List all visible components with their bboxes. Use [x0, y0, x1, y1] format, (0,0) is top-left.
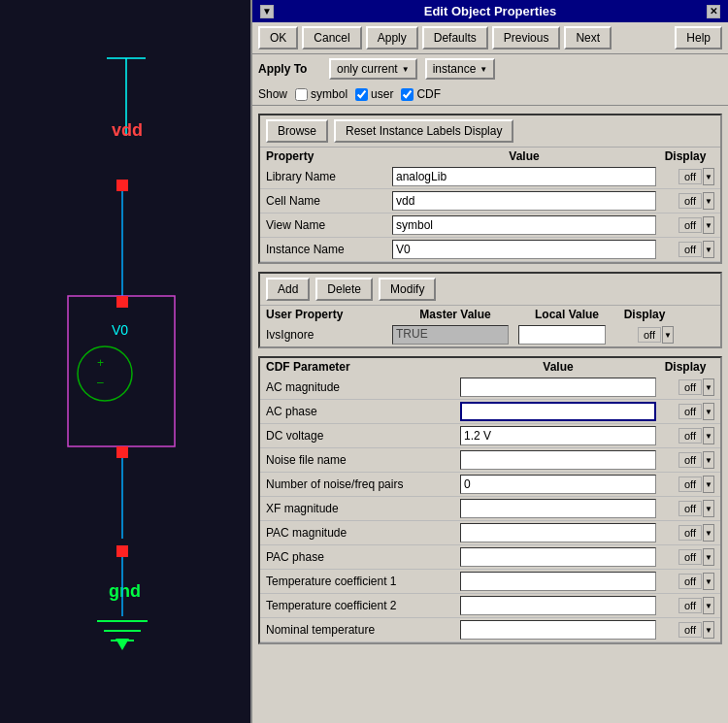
dc-voltage-display: off ▼	[678, 427, 714, 444]
xf-magnitude-input[interactable]	[460, 499, 656, 518]
table-row: View Name off ▼	[260, 214, 720, 238]
pac-magnitude-display-arrow[interactable]: ▼	[703, 524, 714, 542]
dialog-title: Edit Object Properties	[274, 4, 707, 18]
table-row: AC magnitude off ▼	[260, 376, 720, 400]
pac-magnitude-input[interactable]	[460, 523, 656, 542]
table-row: Temperature coefficient 2 off ▼	[260, 594, 720, 618]
view-name-display-arrow[interactable]: ▼	[703, 216, 714, 234]
user-section-header: Add Delete Modify	[260, 274, 720, 306]
noise-file-display-arrow[interactable]: ▼	[703, 451, 714, 469]
master-value-col-header: Master Value	[392, 308, 518, 321]
modify-button[interactable]: Modify	[379, 278, 436, 301]
noise-freq-pairs-display-label: off	[678, 477, 702, 492]
instance-name-display-label: off	[678, 242, 702, 257]
noise-file-display: off ▼	[678, 451, 714, 469]
library-name-value	[392, 167, 656, 186]
browse-button[interactable]: Browse	[266, 119, 328, 143]
view-name-input[interactable]	[392, 215, 656, 235]
ac-magnitude-display-label: off	[678, 379, 702, 395]
dc-voltage-input[interactable]	[460, 426, 656, 445]
ac-magnitude-input[interactable]	[460, 378, 656, 397]
ok-button[interactable]: OK	[258, 26, 298, 49]
ac-magnitude-display-arrow[interactable]: ▼	[703, 378, 714, 396]
nominal-temp-display-arrow[interactable]: ▼	[703, 621, 714, 639]
cell-name-input[interactable]	[392, 191, 656, 211]
noise-file-name-input[interactable]	[460, 450, 656, 470]
help-button[interactable]: Help	[675, 26, 722, 49]
previous-button[interactable]: Previous	[492, 26, 561, 49]
show-user-checkbox[interactable]	[355, 88, 368, 101]
svg-rect-11	[116, 296, 128, 308]
instance-arrow: ▼	[480, 65, 487, 74]
temp-coeff2-display-arrow[interactable]: ▼	[703, 597, 714, 614]
cell-name-display-arrow[interactable]: ▼	[703, 192, 714, 210]
only-current-dropdown[interactable]: only current ▼	[329, 58, 417, 80]
instance-dropdown[interactable]: instance ▼	[425, 58, 496, 80]
svg-rect-4	[116, 180, 128, 191]
pac-phase-display-arrow[interactable]: ▼	[703, 548, 714, 566]
instance-name-input[interactable]	[392, 240, 656, 259]
property-col-header: Property	[266, 149, 392, 163]
temp-coeff1-display-arrow[interactable]: ▼	[703, 573, 714, 590]
pac-magnitude-label: PAC magnitude	[266, 526, 460, 540]
show-symbol-checkbox[interactable]	[295, 88, 308, 101]
pac-phase-input[interactable]	[460, 547, 656, 567]
title-bar: ▼ Edit Object Properties ✕	[252, 0, 728, 22]
table-row: PAC magnitude off ▼	[260, 521, 720, 545]
nominal-temp-display-label: off	[678, 622, 702, 638]
ivsignore-display-label: off	[638, 327, 661, 343]
library-name-input[interactable]	[392, 167, 656, 186]
user-property-col-header: User Property	[266, 308, 392, 321]
table-row: Number of noise/freq pairs off ▼	[260, 473, 720, 497]
xf-magnitude-display-arrow[interactable]: ▼	[703, 500, 714, 517]
cell-name-label: Cell Name	[266, 194, 392, 208]
add-button[interactable]: Add	[266, 278, 310, 301]
delete-button[interactable]: Delete	[315, 278, 373, 301]
xf-magnitude-display: off ▼	[678, 500, 714, 517]
next-button[interactable]: Next	[564, 26, 612, 49]
pac-phase-label: PAC phase	[266, 550, 460, 564]
noise-freq-pairs-input[interactable]	[460, 475, 656, 494]
cancel-button[interactable]: Cancel	[302, 26, 361, 49]
show-cdf-label[interactable]: CDF	[401, 87, 441, 101]
reset-instance-labels-button[interactable]: Reset Instance Labels Display	[334, 119, 513, 143]
only-current-label: only current	[337, 62, 398, 76]
library-name-label: Library Name	[266, 170, 392, 183]
temp-coeff1-input[interactable]	[460, 572, 656, 591]
only-current-arrow: ▼	[402, 65, 410, 74]
cdf-table-header: CDF Parameter Value Display	[260, 358, 720, 376]
ivsignore-local-input[interactable]	[518, 325, 606, 345]
apply-button[interactable]: Apply	[366, 26, 418, 49]
ivsignore-display-arrow[interactable]: ▼	[662, 326, 674, 344]
display-col-header: Display	[656, 149, 714, 163]
ac-magnitude-label: AC magnitude	[266, 380, 460, 394]
show-cdf-checkbox[interactable]	[401, 88, 414, 101]
defaults-button[interactable]: Defaults	[422, 26, 488, 49]
show-symbol-label[interactable]: symbol	[295, 87, 347, 101]
ac-phase-label: AC phase	[266, 405, 460, 418]
temp-coeff1-display-label: off	[678, 574, 702, 589]
show-user-label[interactable]: user	[355, 87, 393, 101]
noise-file-display-label: off	[678, 452, 702, 468]
user-display-col-header: Display	[615, 308, 674, 321]
table-row: PAC phase off ▼	[260, 545, 720, 570]
edit-object-properties-dialog: ▼ Edit Object Properties ✕ OK Cancel App…	[250, 0, 728, 723]
ac-phase-input[interactable]	[460, 402, 656, 421]
svg-text:–: –	[97, 376, 104, 389]
user-table-header: User Property Master Value Local Value D…	[260, 306, 720, 323]
library-name-display-arrow[interactable]: ▼	[703, 168, 714, 185]
ac-phase-display-arrow[interactable]: ▼	[703, 403, 714, 420]
close-icon[interactable]: ✕	[707, 5, 720, 18]
cdf-param-col-header: CDF Parameter	[266, 360, 460, 374]
dc-voltage-display-arrow[interactable]: ▼	[703, 427, 714, 444]
show-label: Show	[258, 87, 287, 101]
noise-file-name-label: Noise file name	[266, 453, 460, 467]
ivsignore-label: IvsIgnore	[266, 328, 392, 342]
instance-name-display-arrow[interactable]: ▼	[703, 241, 714, 258]
title-icon-btn[interactable]: ▼	[260, 5, 274, 18]
temp-coeff2-input[interactable]	[460, 596, 656, 615]
show-cdf-text: CDF	[416, 87, 441, 101]
view-name-display-label: off	[678, 217, 702, 233]
nominal-temp-input[interactable]	[460, 620, 656, 640]
noise-freq-pairs-display-arrow[interactable]: ▼	[703, 476, 714, 493]
